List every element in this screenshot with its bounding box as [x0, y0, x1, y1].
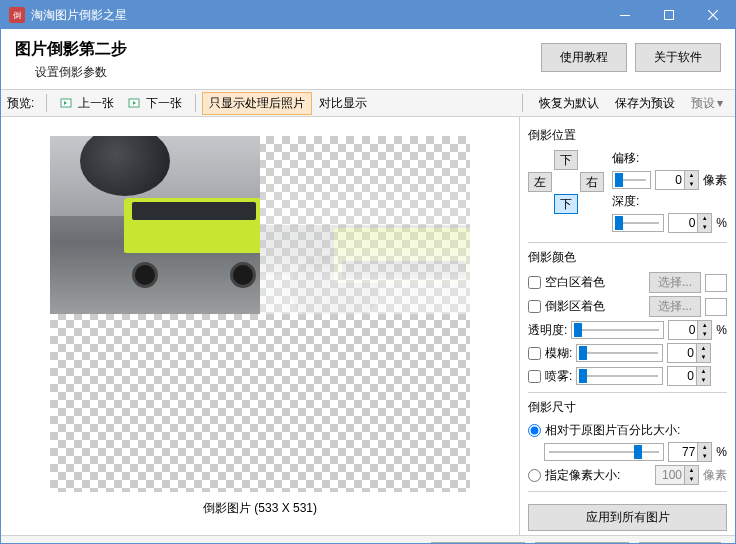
depth-slider[interactable]: [612, 214, 664, 232]
about-button[interactable]: 关于软件: [635, 43, 721, 72]
opacity-label: 透明度:: [528, 322, 567, 339]
opacity-slider[interactable]: [571, 321, 664, 339]
next-image-icon: [128, 96, 142, 110]
blank-fill-choose-button[interactable]: 选择...: [649, 272, 701, 293]
separator: [195, 94, 196, 112]
tutorial-button[interactable]: 使用教程: [541, 43, 627, 72]
page-subtitle: 设置倒影参数: [35, 64, 541, 81]
maximize-button[interactable]: [647, 1, 691, 29]
blur-checkbox[interactable]: [528, 347, 541, 360]
depth-label: 深度:: [612, 193, 727, 210]
separator: [522, 94, 523, 112]
close-button[interactable]: [691, 1, 735, 29]
blank-fill-swatch[interactable]: [705, 274, 727, 292]
reflect-fill-choose-button[interactable]: 选择...: [649, 296, 701, 317]
position-bottom-button[interactable]: 下: [554, 194, 578, 214]
size-percent-slider[interactable]: [544, 443, 664, 461]
size-percent-spinner[interactable]: ▲▼: [668, 442, 712, 462]
minimize-button[interactable]: [603, 1, 647, 29]
size-pixel-radio[interactable]: [528, 469, 541, 482]
separator: [46, 94, 47, 112]
reflect-fill-swatch[interactable]: [705, 298, 727, 316]
preview-caption: 倒影图片 (533 X 531): [203, 500, 317, 517]
depth-unit: %: [716, 216, 727, 230]
restore-default-button[interactable]: 恢复为默认: [533, 93, 605, 114]
apply-all-button[interactable]: 应用到所有图片: [528, 504, 727, 531]
blur-label: 模糊:: [545, 345, 572, 362]
reflect-fill-checkbox[interactable]: [528, 300, 541, 313]
size-group-title: 倒影尺寸: [528, 399, 727, 416]
next-image-button[interactable]: 下一张: [121, 92, 189, 115]
spray-checkbox[interactable]: [528, 370, 541, 383]
prev-image-button[interactable]: 上一张: [53, 92, 121, 115]
blank-fill-label: 空白区着色: [545, 274, 645, 291]
reflect-fill-label: 倒影区着色: [545, 298, 645, 315]
blur-slider[interactable]: [576, 344, 663, 362]
size-percent-label: 相对于原图片百分比大小:: [545, 422, 680, 439]
save-preset-button[interactable]: 保存为预设: [609, 93, 681, 114]
opacity-spinner[interactable]: ▲▼: [668, 320, 712, 340]
size-pixel-unit: 像素: [703, 467, 727, 484]
chevron-down-icon: ▾: [717, 96, 723, 110]
position-top-button[interactable]: 下: [554, 150, 578, 170]
preview-canvas: [50, 136, 470, 492]
app-icon: 倒: [9, 7, 25, 23]
page-title: 图片倒影第二步: [15, 39, 541, 60]
offset-label: 偏移:: [612, 150, 727, 167]
position-left-button[interactable]: 左: [528, 172, 552, 192]
depth-spinner[interactable]: ▲▼: [668, 213, 712, 233]
size-pixel-spinner[interactable]: ▲▼: [655, 465, 699, 485]
preset-dropdown[interactable]: 预设▾: [685, 93, 729, 114]
spray-label: 喷雾:: [545, 368, 572, 385]
opacity-unit: %: [716, 323, 727, 337]
prev-image-label: 上一张: [78, 95, 114, 112]
prev-image-icon: [60, 96, 74, 110]
svg-rect-1: [665, 11, 674, 20]
show-processed-button[interactable]: 只显示处理后照片: [202, 92, 312, 115]
preview-label: 预览:: [7, 95, 34, 112]
color-group-title: 倒影颜色: [528, 249, 727, 266]
blur-spinner[interactable]: ▲▼: [667, 343, 711, 363]
position-group-title: 倒影位置: [528, 127, 727, 144]
compare-button[interactable]: 对比显示: [312, 92, 374, 115]
size-percent-radio[interactable]: [528, 424, 541, 437]
svg-rect-0: [620, 15, 630, 16]
size-pixel-label: 指定像素大小:: [545, 467, 651, 484]
offset-unit: 像素: [703, 172, 727, 189]
offset-slider[interactable]: [612, 171, 651, 189]
size-percent-unit: %: [716, 445, 727, 459]
next-image-label: 下一张: [146, 95, 182, 112]
offset-spinner[interactable]: ▲▼: [655, 170, 699, 190]
spray-slider[interactable]: [576, 367, 663, 385]
blank-fill-checkbox[interactable]: [528, 276, 541, 289]
window-title: 淘淘图片倒影之星: [31, 7, 603, 24]
position-right-button[interactable]: 右: [580, 172, 604, 192]
spray-spinner[interactable]: ▲▼: [667, 366, 711, 386]
